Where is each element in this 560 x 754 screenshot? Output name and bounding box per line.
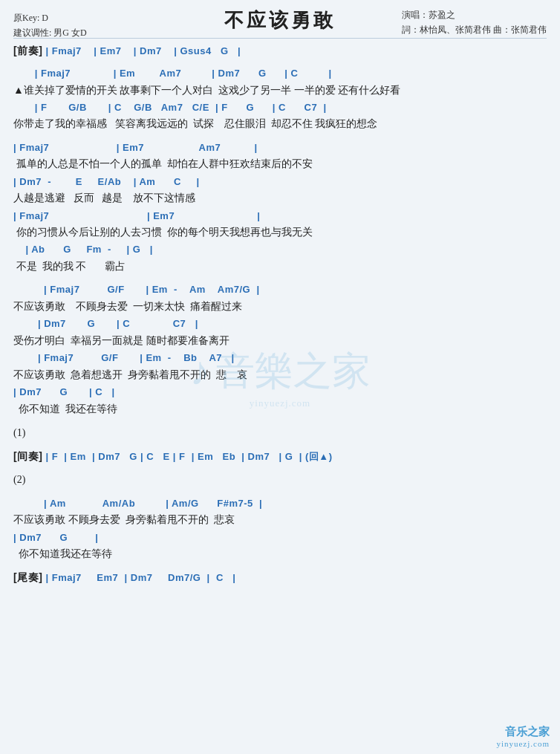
lyric-line: 你不知道我还在等待 (13, 548, 112, 559)
line: 你不知道我还在等待 (13, 546, 547, 562)
divider (13, 38, 547, 39)
line: | Fmaj7 | Em7 | (13, 209, 547, 224)
line: 人越是逃避 反而 越是 放不下这情感 (13, 190, 547, 207)
bottom-logo-url: yinyuezj.com (496, 739, 550, 748)
chord-line: | Fmaj7 | Em Am7 | Dm7 G | C | (13, 68, 332, 79)
lyric-line: 你的习惯从今后让别的人去习惯 你的每个明天我想再也与我无关 (13, 227, 313, 238)
section-label: [前奏] (13, 45, 42, 56)
line: 受伤才明白 幸福另一面就是 随时都要准备离开 (13, 333, 547, 349)
line: 孤单的人总是不怕一个人的孤单 却怕在人群中狂欢结束后的不安 (13, 156, 547, 172)
line: 不应该勇敢 急着想逃开 身旁黏着甩不开的 悲 哀 (13, 367, 547, 383)
section-interlude: [间奏] | F | Em | Dm7 G | C E | F | Em Eb … (13, 449, 547, 464)
line: 不应该勇敢 不顾身去爱 一切来太快 痛着醒过来 (13, 299, 547, 315)
line: ▲谁关掉了爱情的开关 故事剩下一个人对白 这戏少了另一半 一半的爱 还有什么好看 (13, 82, 547, 99)
chord-line: [前奏] | Fmaj7 | Em7 | Dm7 | Gsus4 G | (13, 45, 241, 56)
section-verse2: | Fmaj7 | Em7 Am7 | 孤单的人总是不怕一个人的孤单 却怕在人群… (13, 140, 547, 276)
bottom-logo: 音乐之家 yinyuezj.com (496, 725, 550, 748)
chord-line: | Dm7 - E E/Ab | Am C | (13, 176, 200, 187)
line: (2) (13, 472, 547, 488)
page: 原Key: D 建议调性: 男G 女D 不应该勇敢 演唱：苏盈之 詞：林怡凤、张… (0, 0, 560, 754)
lyric-line: (1) (13, 427, 25, 438)
chord-line: | Ab G Fm - | G | (13, 244, 153, 255)
line: 你带走了我的幸福感 笑容离我远远的 试探 忍住眼泪 却忍不住 我疯狂的想念 (13, 116, 547, 132)
line: | Dm7 G | C C7 | (13, 316, 547, 331)
line: | Ab G Fm - | G | (13, 242, 547, 257)
chord-line: [间奏] | F | Em | Dm7 G | C E | F | Em Eb … (13, 451, 332, 462)
lyric-line: 不是 我的我 不 霸占 (13, 261, 126, 272)
lyric-line: 你带走了我的幸福感 笑容离我远远的 试探 忍住眼泪 却忍不住 我疯狂的想念 (13, 118, 377, 129)
bottom-logo-text: 音乐之家 (496, 725, 550, 739)
sections-container: [前奏] | Fmaj7 | Em7 | Dm7 | Gsus4 G | | F… (13, 43, 547, 593)
line: [间奏] | F | Em | Dm7 G | C E | F | Em Eb … (13, 449, 547, 464)
section-prelude: [前奏] | Fmaj7 | Em7 | Dm7 | Gsus4 G | (13, 43, 547, 59)
chord-line: [尾奏] | Fmaj7 Em7 | Dm7 Dm7/G | C | (13, 572, 235, 583)
lyric-line: 人越是逃避 反而 越是 放不下这情感 (13, 192, 195, 204)
section-note2: (2) (13, 472, 547, 488)
lyric-line: 不应该勇敢 不顾身去爱 一切来太快 痛着醒过来 (13, 301, 242, 312)
lyrics-label: 詞：林怡凤、张简君伟 曲：张简君伟 (402, 22, 547, 37)
section-verse1: | Fmaj7 | Em Am7 | Dm7 G | C |▲谁关掉了爱情的开关… (13, 66, 547, 133)
line: 你不知道 我还在等待 (13, 401, 547, 417)
lyric-line: (2) (13, 474, 25, 485)
line: 不应该勇敢 不顾身去爱 身旁黏着甩不开的 悲哀 (13, 512, 547, 528)
chord-line: | Fmaj7 | Em7 Am7 | (13, 142, 258, 153)
section-note1: (1) (13, 425, 547, 441)
lyric-line: 不应该勇敢 急着想逃开 身旁黏着甩不开的 悲 哀 (13, 369, 247, 380)
line: | Fmaj7 G/F | Em - Am Am7/G | (13, 282, 547, 297)
meta-right: 演唱：苏盈之 詞：林怡凤、张简君伟 曲：张简君伟 (402, 7, 547, 38)
chord-line: | Fmaj7 G/F | Em - Am Am7/G | (13, 284, 260, 295)
lyric-line: 受伤才明白 幸福另一面就是 随时都要准备离开 (13, 335, 229, 346)
chord-line: | Fmaj7 G/F | Em - Bb A7 | (13, 352, 235, 363)
chord-line: | Am Am/Ab | Am/G F#m7-5 | (13, 498, 262, 509)
meta-left: 原Key: D 建议调性: 男G 女D (13, 10, 87, 41)
section-chorus1: | Fmaj7 G/F | Em - Am Am7/G |不应该勇敢 不顾身去爱… (13, 282, 547, 417)
chord-line: | Dm7 G | C C7 | (13, 318, 198, 329)
chord-line: | Dm7 G | C | (13, 386, 115, 397)
chord-line: | Dm7 G | (13, 532, 98, 543)
line: | Dm7 G | (13, 530, 547, 545)
line: | F G/B | C G/B Am7 C/E | F G | C C7 | (13, 100, 547, 115)
chord-line: | F G/B | C G/B Am7 C/E | F G | C C7 | (13, 102, 327, 113)
singer-label: 演唱：苏盈之 (402, 7, 547, 22)
line: | Am Am/Ab | Am/G F#m7-5 | (13, 496, 547, 511)
lyric-line: ▲谁关掉了爱情的开关 故事剩下一个人对白 这戏少了另一半 一半的爱 还有什么好看 (13, 85, 400, 96)
line: (1) (13, 425, 547, 441)
line: | Dm7 - E E/Ab | Am C | (13, 175, 547, 189)
section-label: [尾奏] (13, 571, 42, 583)
line: 不是 我的我 不 霸占 (13, 259, 547, 275)
line: [尾奏] | Fmaj7 Em7 | Dm7 Dm7/G | C | (13, 570, 547, 585)
line: | Fmaj7 | Em Am7 | Dm7 G | C | (13, 66, 547, 81)
line: 你的习惯从今后让别的人去习惯 你的每个明天我想再也与我无关 (13, 224, 547, 241)
lyric-line: 孤单的人总是不怕一个人的孤单 却怕在人群中狂欢结束后的不安 (13, 158, 313, 169)
original-key: 原Key: D (13, 10, 87, 25)
lyric-line: 你不知道 我还在等待 (13, 403, 117, 415)
suggested-key: 建议调性: 男G 女D (13, 25, 87, 40)
section-verse3: | Am Am/Ab | Am/G F#m7-5 |不应该勇敢 不顾身去爱 身旁… (13, 496, 547, 563)
line: | Dm7 G | C | (13, 385, 547, 400)
line: | Fmaj7 G/F | Em - Bb A7 | (13, 351, 547, 365)
section-outro: [尾奏] | Fmaj7 Em7 | Dm7 Dm7/G | C | (13, 570, 547, 585)
line: [前奏] | Fmaj7 | Em7 | Dm7 | Gsus4 G | (13, 43, 547, 59)
line: | Fmaj7 | Em7 Am7 | (13, 140, 547, 155)
section-label: [间奏] (13, 450, 42, 462)
lyric-line: 不应该勇敢 不顾身去爱 身旁黏着甩不开的 悲哀 (13, 514, 235, 525)
chord-line: | Fmaj7 | Em7 | (13, 210, 260, 221)
